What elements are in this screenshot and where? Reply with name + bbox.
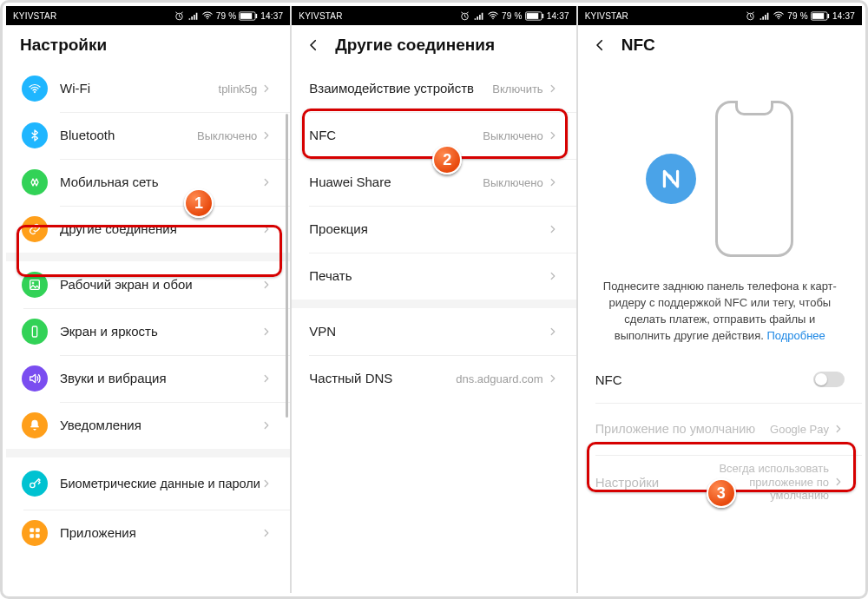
wifi-icon: [22, 76, 48, 102]
row-default-app: Приложение по умолчанию Google Pay: [578, 403, 862, 455]
alarm-icon: [745, 10, 756, 22]
learn-more-link[interactable]: Подробнее: [766, 329, 825, 342]
svg-point-8: [30, 483, 35, 487]
row-label: VPN: [309, 324, 546, 339]
nfc-illustration: [578, 88, 862, 270]
page-title: NFC: [621, 36, 655, 55]
chevron-right-icon: [260, 326, 273, 338]
row-bluetooth[interactable]: Bluetooth Выключено: [6, 112, 290, 159]
wifi-status-icon: [201, 10, 214, 22]
status-bar: KYIVSTAR 79 % 14:37: [292, 6, 575, 25]
status-bar: KYIVSTAR 79 % 14:37: [6, 6, 290, 25]
display-icon: [22, 319, 48, 345]
row-nfc[interactable]: NFC Выключено: [292, 112, 575, 159]
row-mobile-network[interactable]: Мобильная сеть: [6, 159, 290, 206]
wallpaper-icon: [22, 272, 48, 298]
row-display[interactable]: Экран и яркость: [6, 308, 290, 355]
row-label: Экран и яркость: [60, 324, 260, 339]
scrollbar[interactable]: [286, 114, 288, 418]
key-icon: [22, 471, 48, 497]
row-label: Биометрические данные и пароли: [60, 477, 260, 491]
row-private-dns[interactable]: Частный DNS dns.adguard.com: [292, 355, 575, 402]
row-vpn[interactable]: VPN: [292, 308, 575, 355]
chevron-right-icon: [260, 176, 273, 188]
row-label: Wi-Fi: [60, 81, 219, 95]
header-nfc: NFC: [578, 25, 862, 65]
status-carrier: KYIVSTAR: [299, 11, 459, 21]
row-label: NFC: [595, 372, 813, 387]
nfc-description: Поднесите заднюю панель телефона к карт-…: [578, 270, 862, 356]
row-notifications[interactable]: Уведомления: [6, 402, 290, 449]
row-label: Приложение по умолчанию: [595, 422, 770, 437]
screen-nfc: KYIVSTAR 79 % 14:37 NFC Поднесите заднюю…: [578, 6, 862, 593]
row-home-wallpaper[interactable]: Рабочий экран и обои: [6, 261, 290, 308]
chevron-right-icon: [547, 372, 559, 385]
svg-rect-11: [30, 534, 34, 537]
chevron-right-icon: [260, 477, 273, 490]
chevron-right-icon: [547, 270, 559, 282]
chevron-right-icon: [260, 129, 273, 142]
row-biometrics[interactable]: Биометрические данные и пароли: [6, 457, 290, 510]
chevron-right-icon: [547, 326, 559, 338]
row-value: Включить: [492, 82, 542, 95]
svg-point-6: [32, 282, 34, 284]
alarm-icon: [459, 10, 470, 22]
row-label: NFC: [309, 128, 483, 142]
chevron-right-icon: [832, 423, 845, 435]
battery-icon: [811, 11, 830, 21]
header-settings: Настройки: [6, 25, 290, 65]
bluetooth-icon: [22, 122, 48, 148]
chevron-right-icon: [547, 82, 559, 95]
chevron-right-icon: [260, 372, 273, 385]
status-time: 14:37: [547, 11, 569, 21]
row-huawei-share[interactable]: Huawei Share Выключено: [292, 159, 575, 206]
status-battery-pct: 79 %: [502, 11, 523, 21]
row-other-connections[interactable]: Другие соединения: [6, 206, 290, 253]
svg-rect-9: [30, 529, 34, 532]
svg-rect-5: [30, 280, 40, 290]
row-label: Bluetooth: [60, 128, 197, 142]
row-print[interactable]: Печать: [292, 253, 575, 300]
row-label: Взаимодействие устройств: [309, 81, 492, 95]
battery-icon: [239, 11, 258, 21]
section-separator: [292, 300, 575, 308]
svg-rect-12: [36, 534, 39, 537]
chevron-right-icon: [260, 419, 273, 431]
phone-outline-icon: [715, 101, 793, 257]
row-label: Рабочий экран и обои: [60, 277, 260, 292]
page-title: Другие соединения: [335, 36, 495, 55]
status-time: 14:37: [260, 11, 283, 21]
status-battery-pct: 79 %: [787, 11, 808, 21]
svg-rect-7: [32, 326, 36, 337]
chevron-right-icon: [547, 223, 559, 235]
section-separator: [6, 253, 290, 261]
row-value: Выключено: [483, 176, 542, 189]
sound-icon: [22, 365, 48, 392]
row-value: Всегда использовать приложение по умолча…: [690, 462, 829, 503]
back-button[interactable]: [306, 37, 321, 53]
wifi-status-icon: [773, 10, 785, 22]
row-wifi[interactable]: Wi-Fi tplink5g: [6, 65, 290, 112]
alarm-icon: [174, 10, 185, 22]
signal-icon: [759, 10, 770, 22]
signal-icon: [473, 10, 484, 22]
signal-icon: [187, 10, 199, 22]
chevron-right-icon: [260, 279, 273, 291]
bell-icon: [22, 412, 48, 438]
row-device-interaction[interactable]: Взаимодействие устройств Включить: [292, 65, 575, 112]
link-icon: [22, 216, 48, 242]
row-nfc-toggle[interactable]: NFC: [578, 356, 862, 403]
chevron-right-icon: [260, 82, 273, 95]
row-projection[interactable]: Проекция: [292, 206, 575, 253]
status-bar: KYIVSTAR 79 % 14:37: [578, 6, 862, 25]
nfc-toggle-switch[interactable]: [813, 372, 845, 387]
row-apps[interactable]: Приложения: [6, 510, 290, 556]
row-sounds[interactable]: Звуки и вибрация: [6, 355, 290, 402]
row-label: Проекция: [309, 221, 546, 236]
battery-icon: [525, 11, 544, 21]
row-value: Выключено: [483, 129, 542, 142]
back-button[interactable]: [592, 37, 608, 53]
row-value: Выключено: [197, 129, 257, 142]
row-value: tplink5g: [219, 82, 258, 95]
status-time: 14:37: [832, 11, 855, 21]
